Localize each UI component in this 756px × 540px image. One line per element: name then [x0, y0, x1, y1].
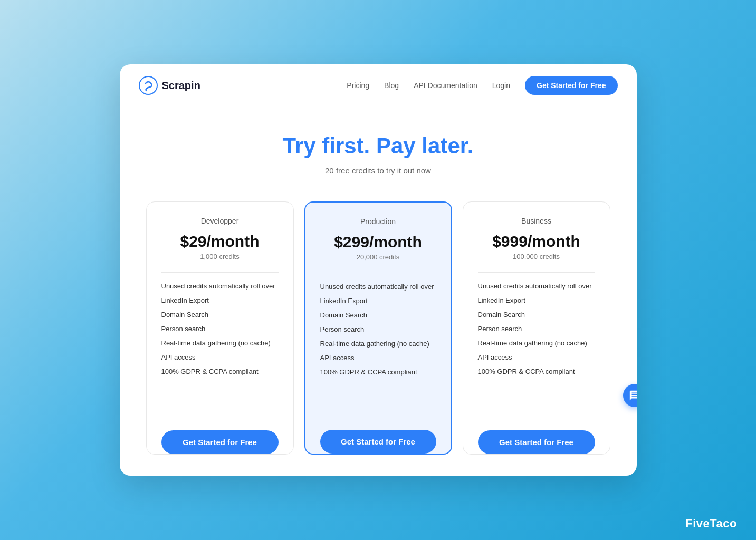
- svg-point-0: [139, 76, 157, 94]
- feature-business-6: 100% GDPR & CCPA compliant: [478, 368, 595, 375]
- feature-business-3: Person search: [478, 325, 595, 333]
- nav-cta-button[interactable]: Get Started for Free: [525, 76, 617, 95]
- feature-production-1: LinkedIn Export: [320, 297, 436, 305]
- nav-link-login[interactable]: Login: [492, 81, 510, 90]
- logo-text: Scrapin: [162, 80, 200, 92]
- plan-name-developer: Developper: [161, 217, 279, 225]
- plan-btn-wrapper-developer: Get Started for Free: [161, 420, 279, 454]
- pricing-section: Developper $29/month 1,000 credits Unuse…: [120, 191, 637, 455]
- feature-developer-0: Unused credits automatically roll over: [161, 282, 279, 290]
- feature-production-2: Domain Search: [320, 311, 436, 319]
- feature-business-5: API access: [478, 353, 595, 361]
- nav-link-pricing[interactable]: Pricing: [347, 81, 369, 90]
- plan-btn-wrapper-business: Get Started for Free: [478, 420, 595, 454]
- plan-credits-production: 20,000 credits: [320, 253, 436, 261]
- watermark: FiveTaco: [685, 517, 737, 531]
- plan-cta-developer[interactable]: Get Started for Free: [161, 430, 279, 454]
- hero-title-part1: Try first.: [283, 133, 376, 158]
- feature-developer-2: Domain Search: [161, 311, 279, 319]
- plan-cta-business[interactable]: Get Started for Free: [478, 430, 595, 454]
- plan-credits-developer: 1,000 credits: [161, 253, 279, 261]
- hero-title: Try first. Pay later.: [139, 133, 618, 159]
- main-card: Scrapin Pricing Blog API Documentation L…: [120, 64, 637, 476]
- feature-production-4: Real-time data gathering (no cache): [320, 340, 436, 348]
- plan-cta-production[interactable]: Get Started for Free: [320, 430, 436, 454]
- feature-business-0: Unused credits automatically roll over: [478, 282, 595, 290]
- nav-link-blog[interactable]: Blog: [384, 81, 399, 90]
- nav-link-api-docs[interactable]: API Documentation: [414, 81, 477, 90]
- feature-production-0: Unused credits automatically roll over: [320, 283, 436, 291]
- feature-production-3: Person search: [320, 325, 436, 333]
- navbar: Scrapin Pricing Blog API Documentation L…: [120, 64, 637, 107]
- feature-business-4: Real-time data gathering (no cache): [478, 339, 595, 347]
- feature-business-2: Domain Search: [478, 311, 595, 319]
- feature-business-1: LinkedIn Export: [478, 296, 595, 304]
- hero-section: Try first. Pay later. 20 free credits to…: [120, 107, 637, 191]
- feature-developer-6: 100% GDPR & CCPA compliant: [161, 368, 279, 375]
- feature-production-5: API access: [320, 354, 436, 362]
- plan-features-business: Unused credits automatically roll over L…: [478, 272, 595, 420]
- plan-price-business: $999/month: [478, 233, 595, 250]
- plan-features-production: Unused credits automatically roll over L…: [320, 273, 436, 419]
- plan-credits-business: 100,000 credits: [478, 253, 595, 261]
- plan-card-production: Production $299/month 20,000 credits Unu…: [304, 201, 452, 455]
- plan-card-developer: Developper $29/month 1,000 credits Unuse…: [146, 201, 294, 455]
- logo-area: Scrapin: [139, 76, 200, 95]
- feature-developer-5: API access: [161, 353, 279, 361]
- plan-features-developer: Unused credits automatically roll over L…: [161, 272, 279, 420]
- hero-subtitle: 20 free credits to try it out now: [139, 166, 618, 175]
- plan-btn-wrapper-production: Get Started for Free: [320, 419, 436, 454]
- hero-title-part2: Pay later.: [376, 133, 473, 158]
- nav-links: Pricing Blog API Documentation Login Get…: [347, 76, 617, 95]
- chat-icon: [629, 390, 637, 401]
- feature-developer-3: Person search: [161, 325, 279, 333]
- plan-name-production: Production: [320, 217, 436, 226]
- scrapin-logo-icon: [139, 76, 158, 95]
- feature-production-6: 100% GDPR & CCPA compliant: [320, 368, 436, 376]
- feature-developer-4: Real-time data gathering (no cache): [161, 339, 279, 347]
- plan-price-developer: $29/month: [161, 233, 279, 250]
- feature-developer-1: LinkedIn Export: [161, 296, 279, 304]
- plan-card-business: Business $999/month 100,000 credits Unus…: [463, 201, 610, 455]
- plan-name-business: Business: [478, 217, 595, 225]
- plan-price-production: $299/month: [320, 233, 436, 251]
